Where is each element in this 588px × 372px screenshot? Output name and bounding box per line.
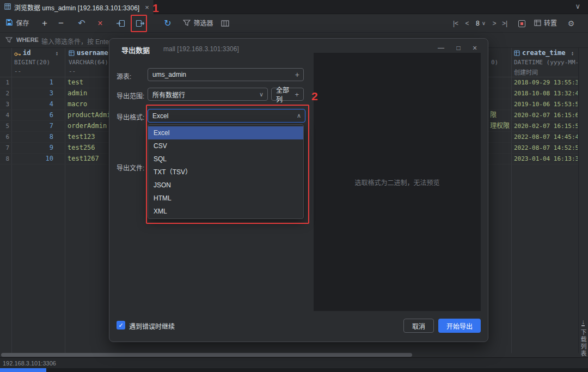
cell-id[interactable]: 7 xyxy=(12,121,53,131)
column-type-create-time: DATETIME (yyyy-MM-d xyxy=(514,59,578,66)
annotation-number-2: 2 xyxy=(311,90,318,103)
export-file-label: 导出文件: xyxy=(117,163,144,172)
row-number: 8 xyxy=(0,154,9,164)
start-export-button[interactable]: 开始导出 xyxy=(438,319,481,333)
cell-create-time[interactable]: 2022-08-07 14:45:4 xyxy=(514,132,578,142)
cell-id[interactable]: 3 xyxy=(12,88,53,99)
row-number: 7 xyxy=(0,143,9,153)
cell-create-time[interactable]: 2019-10-06 15:53:5 xyxy=(514,99,578,109)
save-icon xyxy=(5,17,13,30)
delete-row-button[interactable]: − xyxy=(54,17,68,30)
annotation-number-1: 1 xyxy=(152,2,159,15)
tab-list-chevron-icon[interactable]: ∨ xyxy=(575,2,580,10)
sort-icon[interactable]: ▲▼ xyxy=(102,51,105,56)
cell-id[interactable]: 9 xyxy=(12,143,53,153)
cancel-button[interactable]: 取消 xyxy=(403,319,434,333)
export-preview-pane: 选取格式为二进制，无法预览 xyxy=(314,53,481,311)
range-chevron-icon: ∨ xyxy=(259,91,264,98)
cell-id[interactable]: 6 xyxy=(12,110,53,120)
filter-label: 筛选器 xyxy=(193,17,213,30)
cell-username[interactable]: productAdmin xyxy=(68,110,115,120)
right-tool-stripe xyxy=(578,48,588,353)
maximize-icon[interactable]: □ xyxy=(452,43,464,53)
cell-username[interactable]: test xyxy=(68,77,83,88)
columns-icon[interactable] xyxy=(218,17,232,30)
cell-create-time[interactable]: 2018-10-08 13:32:4 xyxy=(514,88,578,99)
add-row-button[interactable]: + xyxy=(38,17,51,30)
source-table-value: ums_admin xyxy=(152,71,186,78)
cell-username[interactable]: test1267 xyxy=(68,154,99,164)
next-page-button[interactable]: > xyxy=(490,17,499,30)
add-table-icon[interactable]: + xyxy=(295,70,299,79)
page-size-chevron-icon: ∨ xyxy=(482,17,486,30)
continue-on-error-checkbox[interactable]: ✓ xyxy=(117,321,125,330)
tab-close-icon[interactable]: × xyxy=(145,3,149,11)
sort-icon[interactable]: ▲▼ xyxy=(56,51,58,56)
cell-create-time[interactable]: 2023-01-04 16:13:3 xyxy=(514,154,578,164)
download-icon: ↓ xyxy=(581,319,585,326)
column-comment-username: -- xyxy=(69,68,76,75)
cell-create-time[interactable]: 2018-09-29 13:55:3 xyxy=(514,77,578,88)
column-header-create-time[interactable]: create_time xyxy=(522,49,565,57)
tab-bar: 浏览数据 ums_admin [192.168.3.101:3306] × ∨ xyxy=(0,0,588,14)
stop-button[interactable] xyxy=(515,17,528,30)
column-header-id[interactable]: id xyxy=(23,49,30,57)
row-number: 3 xyxy=(0,99,9,109)
where-funnel-icon xyxy=(5,37,13,45)
import-data-icon[interactable] xyxy=(113,17,127,30)
bottom-edge-bar xyxy=(0,368,588,372)
tab-browse-data[interactable]: 浏览数据 ums_admin [192.168.3.101:3306] × xyxy=(0,0,154,14)
save-button[interactable]: 保存 xyxy=(4,17,30,30)
transpose-icon xyxy=(534,17,541,30)
all-columns-button[interactable]: 全部列 + xyxy=(271,88,304,101)
cell-id[interactable]: 1 xyxy=(12,77,53,88)
all-columns-label: 全部列 xyxy=(276,85,295,103)
transpose-button[interactable]: 转置 xyxy=(531,17,560,30)
source-table-field[interactable]: ums_admin + xyxy=(148,68,304,81)
cell-username[interactable]: admin xyxy=(68,88,87,99)
export-range-label: 导出范围: xyxy=(117,91,144,100)
where-input-placeholder: 输入筛选条件，按 Enter 执 xyxy=(41,36,119,46)
cell-username[interactable]: test256 xyxy=(68,143,95,153)
cell-partial: 理权限 xyxy=(490,121,511,131)
horizontal-scrollbar[interactable] xyxy=(1,353,412,357)
tab-title: 浏览数据 ums_admin [192.168.3.101:3306] xyxy=(14,3,139,12)
row-number: 1 xyxy=(0,77,9,88)
cell-id[interactable]: 10 xyxy=(12,154,53,164)
dialog-subtitle: mall [192.168.3.101:3306] xyxy=(163,45,239,53)
cell-username[interactable]: orderAdmin xyxy=(68,121,107,131)
first-page-button[interactable]: |< xyxy=(450,17,462,30)
cell-id[interactable]: 8 xyxy=(12,132,53,142)
prev-page-button[interactable]: < xyxy=(463,17,471,30)
download-list-button[interactable]: ↓ 下载列表 xyxy=(579,319,587,357)
minimize-icon[interactable]: — xyxy=(435,43,447,53)
close-icon[interactable]: × xyxy=(469,43,481,53)
cell-create-time[interactable]: 2022-08-07 14:52:5 xyxy=(514,143,578,153)
cell-username[interactable]: macro xyxy=(68,99,87,109)
filter-button[interactable]: 筛选器 xyxy=(180,17,217,30)
cell-create-time[interactable]: 2020-02-07 16:15:6 xyxy=(514,110,578,120)
export-range-dropdown[interactable]: 所有数据行 ∨ xyxy=(148,88,268,101)
transpose-label: 转置 xyxy=(544,17,557,30)
page-size-dropdown[interactable]: 8 ∨ xyxy=(471,17,490,30)
cell-partial: 限 xyxy=(490,110,511,120)
column-icon xyxy=(514,50,520,58)
revert-changes-icon[interactable]: × xyxy=(94,17,107,30)
add-column-icon: + xyxy=(295,90,299,99)
filter-funnel-icon xyxy=(183,17,191,30)
where-keyword: WHERE xyxy=(16,36,39,43)
last-page-button[interactable]: >| xyxy=(499,17,511,30)
sort-icon[interactable]: ▲▼ xyxy=(571,51,574,56)
settings-gear-icon[interactable]: ⚙ xyxy=(564,17,578,30)
refresh-icon[interactable]: ↻ xyxy=(161,17,174,30)
row-number: 6 xyxy=(0,132,9,142)
source-table-label: 源表: xyxy=(117,71,131,81)
table-icon xyxy=(4,3,11,11)
cell-username[interactable]: test123 xyxy=(68,132,95,142)
undo-icon[interactable]: ↶ xyxy=(75,17,88,30)
column-type-id: BIGINT(20) xyxy=(14,59,63,66)
download-list-label: 下载列表 xyxy=(579,329,587,357)
cell-create-time[interactable]: 2020-02-07 16:15:5 xyxy=(514,121,578,131)
cell-id[interactable]: 4 xyxy=(12,99,53,109)
row-number: 5 xyxy=(0,121,9,131)
